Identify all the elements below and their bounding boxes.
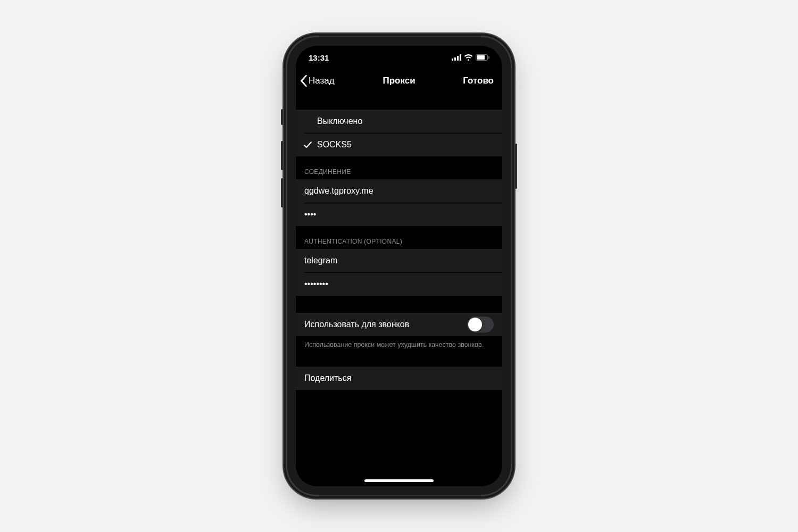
spacer [296,296,502,313]
username-row[interactable] [296,249,502,272]
svg-rect-2 [457,56,459,61]
battery-icon [476,54,489,61]
status-time: 13:31 [309,53,329,62]
calls-group: Использовать для звонков [296,313,502,336]
wifi-icon [464,54,473,61]
use-for-calls-row[interactable]: Использовать для звонков [296,313,502,336]
auth-header: AUTHENTICATION (OPTIONAL) [296,226,502,249]
phone-frame: 13:31 Назад Прокси Готово [287,37,511,495]
use-for-calls-toggle[interactable] [467,317,494,332]
screen: 13:31 Назад Прокси Готово [296,46,502,486]
notch [348,46,450,62]
proxy-type-disabled-label: Выключено [317,117,362,126]
power-button [515,144,517,189]
auth-group [296,249,502,296]
connection-header: СОЕДИНЕНИЕ [296,156,502,179]
done-button[interactable]: Готово [460,73,497,88]
chevron-left-icon [300,75,307,87]
spacer [296,350,502,367]
port-row[interactable] [296,203,502,226]
connection-group [296,179,502,226]
share-row[interactable]: Поделиться [296,367,502,390]
cellular-icon [452,54,461,61]
home-indicator[interactable] [364,479,434,482]
password-input[interactable] [304,279,494,289]
svg-rect-0 [452,59,453,61]
proxy-type-socks5[interactable]: SOCKS5 [296,133,502,156]
svg-rect-3 [460,54,461,61]
use-for-calls-label: Использовать для звонков [304,320,409,329]
password-row[interactable] [296,272,502,296]
svg-rect-6 [488,56,489,59]
nav-bar: Назад Прокси Готово [296,69,502,93]
back-button[interactable]: Назад [298,73,337,89]
server-row[interactable] [296,179,502,203]
calls-note: Использование прокси может ухудшить каче… [296,336,502,350]
port-input[interactable] [304,210,494,219]
toggle-knob [468,318,482,331]
share-group: Поделиться [296,367,502,390]
proxy-type-group: Выключено SOCKS5 [296,110,502,156]
mute-switch [281,109,283,125]
volume-up-button [281,141,283,170]
volume-down-button [281,178,283,207]
content: Выключено SOCKS5 СОЕДИНЕНИЕ AUTHENT [296,93,502,486]
server-input[interactable] [304,186,494,196]
back-label: Назад [309,76,335,86]
svg-rect-1 [454,57,456,61]
status-icons [452,54,489,61]
checkmark-icon [301,142,314,148]
proxy-type-disabled[interactable]: Выключено [296,110,502,133]
username-input[interactable] [304,256,494,265]
share-label: Поделиться [304,373,351,383]
proxy-type-socks5-label: SOCKS5 [317,140,352,149]
svg-rect-5 [477,55,485,60]
